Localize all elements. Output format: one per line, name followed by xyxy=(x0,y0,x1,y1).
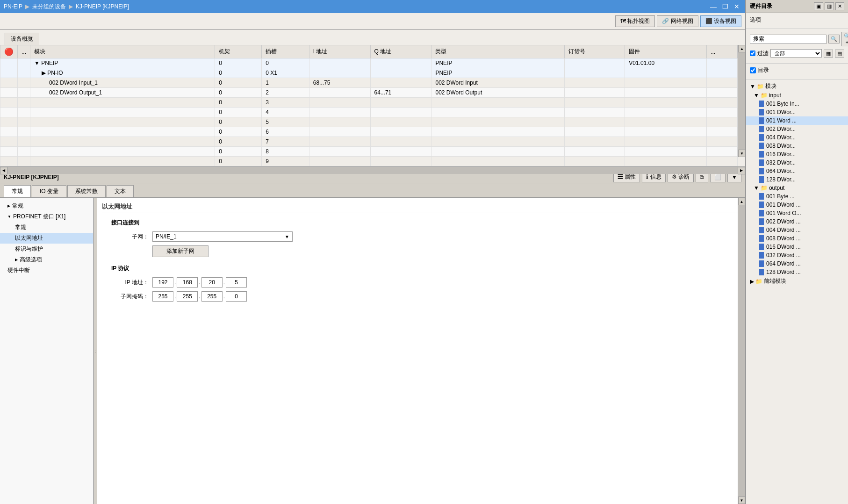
table-row[interactable]: ▶ PN-IO 0 0 X1 PNEIP xyxy=(0,68,738,78)
scroll-up-button[interactable]: ▲ xyxy=(738,45,745,52)
nav-general-sub-label: 常规 xyxy=(15,223,26,231)
tree-front-module[interactable]: ▶ 📁 前端模块 xyxy=(746,276,848,286)
panel-btn-2[interactable]: ▥ xyxy=(825,2,834,10)
h-scroll-thumb[interactable] xyxy=(7,167,738,174)
filter-icon-button[interactable]: ▦ xyxy=(824,50,833,58)
col-module: 模块 xyxy=(30,45,215,58)
content-scroll-down[interactable]: ▼ xyxy=(738,497,745,504)
tree-input[interactable]: ▼ 📁 input xyxy=(746,91,848,100)
table-row[interactable]: 0 9 xyxy=(0,157,738,166)
panel-btn-1[interactable]: ▣ xyxy=(814,2,823,10)
tree-item-002-dword-input[interactable]: 002 DWor... xyxy=(746,125,848,133)
tree-item-128-dword-input[interactable]: 128 DWor... xyxy=(746,175,848,184)
tab-io-variables[interactable]: IO 变量 xyxy=(32,185,66,197)
subnet-field-2[interactable] xyxy=(177,291,198,302)
catalog-checkbox[interactable] xyxy=(750,67,756,73)
nav-hardware-interrupt[interactable]: 硬件中断 xyxy=(0,265,93,276)
add-subnet-button[interactable]: 添加新子网 xyxy=(152,245,208,257)
tree-item-001-dword-input[interactable]: 001 DWor... xyxy=(746,108,848,116)
search-extra-button[interactable]: 🔍+ xyxy=(841,32,848,46)
tree-item-001-word-output[interactable]: 001 Word O... xyxy=(746,209,848,217)
content-scroll-thumb[interactable] xyxy=(738,205,745,497)
tree-item-128-dword-output[interactable]: 128 DWord ... xyxy=(746,268,848,276)
table-row[interactable]: 0 6 xyxy=(0,127,738,137)
search-input[interactable] xyxy=(750,35,826,44)
tree-item-001-word-input[interactable]: 001 Word ... xyxy=(746,116,848,125)
vertical-scrollbar[interactable]: ▲ ▼ xyxy=(738,45,745,157)
scroll-thumb[interactable] xyxy=(738,52,745,150)
nav-general-sub[interactable]: 常规 xyxy=(0,222,93,233)
tree-item-064-dword-input[interactable]: 064 DWor... xyxy=(746,167,848,175)
row-cell-iaddr: 68...75 xyxy=(309,78,370,88)
tree-item-064-dword-output[interactable]: 064 DWord ... xyxy=(746,259,848,268)
panel-close-btn[interactable]: ✕ xyxy=(835,2,844,10)
content-scrollbar[interactable]: ▲ ▼ xyxy=(738,198,745,504)
tree-item-008-dword-input[interactable]: 008 DWor... xyxy=(746,142,848,150)
tree-item-001-dword-output[interactable]: 001 DWord ... xyxy=(746,201,848,209)
nav-profinet[interactable]: ▼ PROFINET 接口 [X1] xyxy=(0,211,93,222)
tab-general[interactable]: 常规 xyxy=(4,185,31,197)
tree-output[interactable]: ▼ 📁 output xyxy=(746,184,848,192)
scroll-down-button[interactable]: ▼ xyxy=(738,150,745,157)
filter-icon-button2[interactable]: ▤ xyxy=(835,50,844,58)
horizontal-scrollbar[interactable]: ◀ ▶ xyxy=(0,166,745,174)
table-row[interactable]: 0 7 xyxy=(0,137,738,147)
tree-item-008-dword-output[interactable]: 008 DWord ... xyxy=(746,234,848,243)
network-view-button[interactable]: 🔗 网络视图 xyxy=(657,15,698,27)
table-row[interactable]: 002 DWord Input_1 0 1 68...75 002 DWord … xyxy=(0,78,738,88)
restore-button[interactable]: ❐ xyxy=(720,3,730,10)
tree-item-032-dword-output[interactable]: 032 DWord ... xyxy=(746,251,848,259)
filter-select[interactable]: 全部 xyxy=(770,49,822,58)
breadcrumb-segment3: KJ-PNEIP [KJPNEIP] xyxy=(76,3,129,10)
table-row[interactable]: 0 5 xyxy=(0,117,738,127)
ip-field-1[interactable] xyxy=(152,277,173,288)
ip-field-3[interactable] xyxy=(201,277,223,288)
nav-general[interactable]: ▶ 常规 xyxy=(0,201,93,211)
nav-identification[interactable]: 标识与维护 xyxy=(0,244,93,254)
table-row[interactable]: 0 3 xyxy=(0,98,738,108)
tab-system-constants[interactable]: 系统常数 xyxy=(67,185,106,197)
table-row[interactable]: ▼ PNEIP 0 0 PNEIP V01.01.00 xyxy=(0,58,738,68)
ip-field-4[interactable] xyxy=(226,277,247,288)
tree-item-032-dword-input[interactable]: 032 DWor... xyxy=(746,158,848,167)
table-row[interactable]: 002 DWord Output_1 0 2 64...71 002 DWord… xyxy=(0,88,738,98)
ip-field-2[interactable] xyxy=(177,277,198,288)
search-button[interactable]: 🔍 xyxy=(828,35,840,43)
close-button[interactable]: ✕ xyxy=(732,3,741,10)
subnet-field-1[interactable] xyxy=(152,291,173,302)
device-view-button[interactable]: ⬛ 设备视图 xyxy=(700,15,741,27)
panel-catalog-section: 目录 xyxy=(746,64,848,79)
device-overview-tab[interactable]: 设备概览 xyxy=(5,33,39,45)
left-nav-divider[interactable]: ⋮ xyxy=(93,198,97,504)
item-label: 128 DWord ... xyxy=(766,269,801,275)
subnet-field-3[interactable] xyxy=(201,291,223,302)
nav-advanced[interactable]: ▶ 高级选项 xyxy=(0,254,93,265)
tree-item-016-dword-input[interactable]: 016 DWor... xyxy=(746,150,848,158)
tree-item-001-byte-output[interactable]: 001 Byte ... xyxy=(746,192,848,201)
filter-checkbox[interactable] xyxy=(750,50,755,56)
scroll-right-button[interactable]: ▶ xyxy=(738,167,745,174)
topology-view-button[interactable]: 🗺 拓扑视图 xyxy=(615,15,655,27)
content-scroll-up[interactable]: ▲ xyxy=(738,198,745,205)
scroll-left-button[interactable]: ◀ xyxy=(0,167,7,174)
tree-item-004-dword-output[interactable]: 004 DWord ... xyxy=(746,226,848,234)
subnet-select[interactable]: PN/IE_1 ▼ xyxy=(152,231,293,242)
tree-item-001-byte-input[interactable]: 001 Byte In... xyxy=(746,100,848,108)
subnet-field-4[interactable] xyxy=(226,291,247,302)
tree-modules[interactable]: ▼ 📁 模块 xyxy=(746,81,848,91)
minimize-button[interactable]: — xyxy=(708,3,719,10)
row-cell-firmware xyxy=(625,98,707,108)
row-cell-rack: 0 xyxy=(215,98,262,108)
table-row[interactable]: 0 4 xyxy=(0,108,738,117)
table-row[interactable]: 0 8 xyxy=(0,147,738,157)
module-icon xyxy=(759,168,764,174)
catalog-header: 目录 xyxy=(750,66,844,74)
tree-item-016-dword-output[interactable]: 016 DWord ... xyxy=(746,243,848,251)
tree-item-002-dword-output[interactable]: 002 DWord ... xyxy=(746,217,848,226)
tree-item-004-dword-input[interactable]: 004 DWor... xyxy=(746,133,848,142)
row-cell-module: 002 DWord Input_1 xyxy=(30,78,215,88)
tab-text[interactable]: 文本 xyxy=(107,185,134,197)
row-cell-type: PNEIP xyxy=(431,58,565,68)
row-cell-iaddr xyxy=(309,117,370,127)
nav-ethernet[interactable]: 以太网地址 xyxy=(0,233,93,244)
